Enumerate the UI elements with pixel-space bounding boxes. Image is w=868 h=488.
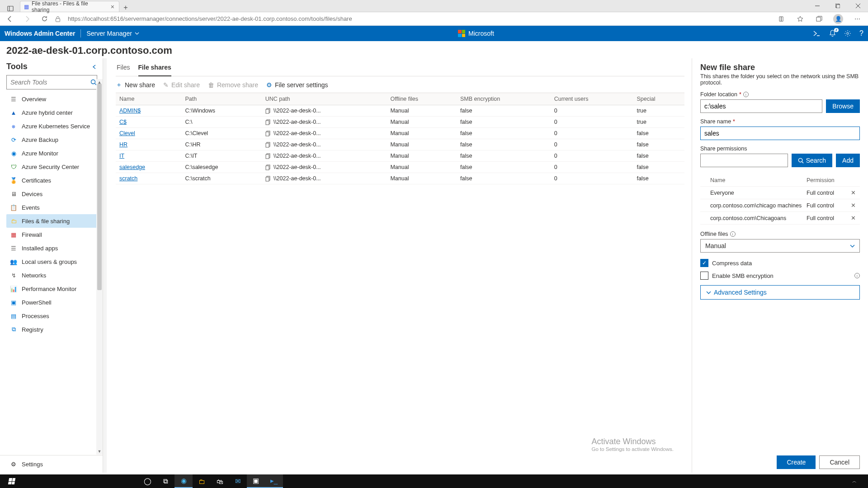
- new-share-button[interactable]: ＋New share: [116, 81, 155, 89]
- refresh-button[interactable]: [38, 13, 51, 25]
- sidebar-item[interactable]: ↯Networks: [6, 268, 99, 282]
- tools-search-input[interactable]: [10, 79, 90, 86]
- window-minimize-button[interactable]: [807, 0, 827, 12]
- share-name-link[interactable]: scratch: [119, 175, 137, 182]
- address-bar[interactable]: https://localhost:6516/servermanager/con…: [65, 15, 769, 22]
- permission-add-button[interactable]: Add: [836, 154, 860, 167]
- permission-search-button[interactable]: Search: [792, 154, 832, 167]
- sidebar-item[interactable]: 📊Performance Monitor: [6, 282, 99, 296]
- close-tab-icon[interactable]: ×: [110, 4, 115, 10]
- sidebar-item[interactable]: 🛡Azure Security Center: [6, 160, 99, 174]
- share-name-link[interactable]: C$: [119, 119, 127, 125]
- share-name-link[interactable]: HR: [119, 141, 127, 148]
- remove-share-button[interactable]: 🗑Remove share: [208, 81, 258, 89]
- remove-permission-icon[interactable]: ✕: [847, 189, 859, 196]
- browser-tab[interactable]: ▦ File shares - Files & file sharing ×: [20, 1, 119, 12]
- sidebar-item[interactable]: ◉Azure Monitor: [6, 146, 99, 160]
- share-name-link[interactable]: salesedge: [119, 164, 145, 170]
- favorite-icon[interactable]: [793, 15, 807, 23]
- col-smb[interactable]: SMB encryption: [457, 93, 551, 105]
- table-row[interactable]: salesedge C:\salesedge \\2022-ae-desk-0.…: [116, 162, 684, 173]
- context-switcher[interactable]: Server Manager: [86, 30, 139, 37]
- table-row[interactable]: HR C:\HR \\2022-ae-desk-0... Manual fals…: [116, 139, 684, 150]
- share-name-link[interactable]: ADMIN$: [119, 108, 141, 114]
- remove-permission-icon[interactable]: ✕: [847, 215, 859, 221]
- copy-icon[interactable]: [265, 164, 271, 170]
- create-button[interactable]: Create: [777, 455, 816, 469]
- col-unc[interactable]: UNC path: [262, 93, 387, 105]
- scrollbar-thumb[interactable]: [97, 84, 102, 290]
- folder-location-input[interactable]: [700, 99, 822, 113]
- table-row[interactable]: IT C:\IT \\2022-ae-desk-0... Manual fals…: [116, 150, 684, 162]
- collapse-sidebar-icon[interactable]: [92, 64, 97, 70]
- permission-search-input[interactable]: [700, 154, 788, 167]
- share-name-link[interactable]: Clevel: [119, 130, 135, 136]
- tab-file-shares[interactable]: File shares: [138, 60, 171, 76]
- browse-button[interactable]: Browse: [826, 99, 860, 113]
- menu-button[interactable]: ⋯: [850, 15, 864, 22]
- sidebar-item[interactable]: ▤Processes: [6, 309, 99, 323]
- copy-icon[interactable]: [265, 153, 271, 159]
- sidebar-item-settings[interactable]: ⚙ Settings: [6, 457, 97, 471]
- lock-icon[interactable]: [55, 16, 61, 22]
- sidebar-item[interactable]: 🖥Devices: [6, 187, 99, 201]
- col-offline[interactable]: Offline files: [387, 93, 457, 105]
- window-maximize-button[interactable]: [827, 0, 848, 12]
- collections-icon[interactable]: [812, 15, 826, 23]
- sidebar-item[interactable]: ▦Firewall: [6, 228, 99, 241]
- scroll-down-icon[interactable]: ▼: [96, 448, 103, 455]
- sidebar-item[interactable]: ☰Overview: [6, 92, 99, 106]
- col-users[interactable]: Current users: [551, 93, 633, 105]
- notifications-icon[interactable]: 2: [829, 30, 836, 37]
- window-close-button[interactable]: [848, 0, 868, 12]
- copy-icon[interactable]: [265, 119, 271, 125]
- sidebar-item[interactable]: ☰Installed apps: [6, 241, 99, 255]
- product-name[interactable]: Windows Admin Center: [5, 30, 75, 37]
- sidebar-item[interactable]: 📋Events: [6, 201, 99, 214]
- back-button[interactable]: [4, 13, 16, 25]
- sidebar-item[interactable]: ▣PowerShell: [6, 296, 99, 309]
- table-row[interactable]: scratch C:\scratch \\2022-ae-desk-0... M…: [116, 173, 684, 184]
- profile-button[interactable]: 👤: [831, 14, 845, 24]
- reader-icon[interactable]: [774, 15, 788, 23]
- sidebar-item[interactable]: 🏅Certificates: [6, 174, 99, 187]
- table-row[interactable]: C$ C:\ \\2022-ae-desk-0... Manual false …: [116, 117, 684, 128]
- table-row[interactable]: Clevel C:\Clevel \\2022-ae-desk-0... Man…: [116, 128, 684, 139]
- tabs-overview-button[interactable]: [3, 5, 18, 12]
- sidebar-item[interactable]: ▲Azure hybrid center: [6, 106, 99, 119]
- new-tab-button[interactable]: +: [119, 4, 132, 12]
- info-icon[interactable]: i: [854, 273, 860, 278]
- help-icon[interactable]: ?: [859, 29, 863, 38]
- tools-search[interactable]: [6, 75, 97, 89]
- tab-files[interactable]: Files: [117, 60, 130, 76]
- sidebar-item[interactable]: 👥Local users & groups: [6, 255, 99, 268]
- file-server-settings-button[interactable]: ⚙File server settings: [266, 81, 328, 89]
- sidebar-item[interactable]: ⟳Azure Backup: [6, 133, 99, 146]
- col-name[interactable]: Name: [116, 93, 181, 105]
- share-name-link[interactable]: IT: [119, 153, 124, 159]
- sidebar-scrollbar[interactable]: ▲ ▼: [96, 79, 103, 455]
- edit-share-button[interactable]: ✎Edit share: [163, 81, 200, 89]
- forward-button[interactable]: [21, 13, 33, 25]
- cancel-button[interactable]: Cancel: [819, 455, 860, 469]
- table-row[interactable]: ADMIN$ C:\Windows \\2022-ae-desk-0... Ma…: [116, 105, 684, 117]
- copy-icon[interactable]: [265, 142, 271, 148]
- sidebar-item[interactable]: 🗀Files & file sharing: [6, 214, 99, 228]
- remove-permission-icon[interactable]: ✕: [847, 202, 859, 209]
- compress-checkbox[interactable]: ✓: [700, 259, 708, 267]
- sidebar-item[interactable]: ⧉Registry: [6, 323, 99, 336]
- info-icon[interactable]: i: [743, 92, 749, 97]
- share-name-input[interactable]: [700, 127, 860, 140]
- col-path[interactable]: Path: [181, 93, 261, 105]
- offline-files-select[interactable]: Manual: [700, 239, 860, 253]
- settings-icon[interactable]: [844, 30, 851, 37]
- copy-icon[interactable]: [265, 176, 271, 182]
- copy-icon[interactable]: [265, 108, 271, 114]
- copy-icon[interactable]: [265, 131, 271, 136]
- sidebar-item[interactable]: ⎈Azure Kubernetes Service: [6, 119, 99, 133]
- info-icon[interactable]: i: [730, 231, 736, 237]
- powershell-icon[interactable]: [813, 30, 821, 37]
- smb-encryption-checkbox[interactable]: [700, 272, 708, 280]
- col-special[interactable]: Special: [633, 93, 684, 105]
- advanced-settings-button[interactable]: Advanced Settings: [700, 285, 860, 300]
